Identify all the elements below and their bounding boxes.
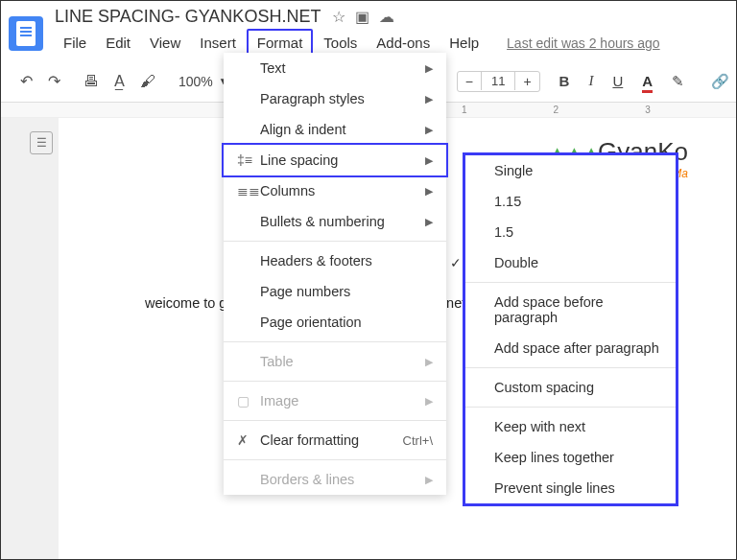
highlight-button[interactable]: ✎	[664, 69, 692, 94]
format-bullets-numbering[interactable]: Bullets & numbering▶	[224, 206, 446, 237]
format-dropdown: Text▶ Paragraph styles▶ Align & indent▶ …	[224, 53, 446, 495]
spacing-custom[interactable]: Custom spacing	[465, 372, 676, 403]
last-edit-link[interactable]: Last edit was 2 hours ago	[507, 35, 660, 51]
spacing-prevent-single[interactable]: Prevent single lines	[465, 473, 676, 503]
text-color-button[interactable]: A	[634, 69, 660, 93]
font-size-increase[interactable]: +	[515, 72, 538, 91]
font-size-group: − 11 +	[457, 71, 540, 92]
star-icon[interactable]: ☆	[332, 8, 345, 26]
spacing-add-before[interactable]: Add space before paragraph	[465, 287, 676, 333]
menu-tools[interactable]: Tools	[315, 31, 366, 55]
menu-file[interactable]: File	[55, 31, 95, 55]
menu-addons[interactable]: Add-ons	[368, 31, 439, 55]
undo-icon[interactable]: ↶	[14, 68, 38, 94]
paint-format-icon[interactable]: 🖌	[134, 69, 161, 94]
spacing-single[interactable]: Single	[465, 155, 676, 186]
underline-button[interactable]: U	[605, 69, 630, 93]
format-align-indent[interactable]: Align & indent▶	[224, 114, 446, 145]
spacing-add-after[interactable]: Add space after paragraph	[465, 333, 676, 363]
document-title[interactable]: LINE SPACING- GYANKOSH.NET	[55, 7, 321, 27]
spacing-keep-together[interactable]: Keep lines together	[465, 442, 676, 473]
menu-help[interactable]: Help	[440, 31, 487, 55]
cloud-icon[interactable]: ☁	[379, 8, 394, 26]
line-spacing-submenu: Single 1.15 1.5 ✓Double Add space before…	[463, 152, 678, 506]
format-paragraph-styles[interactable]: Paragraph styles▶	[224, 83, 446, 114]
format-columns[interactable]: ≣≣Columns▶	[224, 175, 446, 206]
format-borders-lines: Borders & lines▶	[224, 464, 446, 495]
spacing-15[interactable]: 1.5	[465, 217, 676, 247]
format-clear-formatting[interactable]: ✗Clear formattingCtrl+\	[224, 425, 446, 455]
menu-view[interactable]: View	[141, 31, 189, 55]
redo-icon[interactable]: ↷	[42, 68, 66, 94]
menu-edit[interactable]: Edit	[97, 31, 139, 55]
format-page-numbers[interactable]: Page numbers	[224, 276, 446, 307]
format-headers-footers[interactable]: Headers & footers	[224, 245, 446, 276]
format-table: Table▶	[224, 346, 446, 377]
format-text[interactable]: Text▶	[224, 53, 446, 83]
font-size-value[interactable]: 11	[481, 72, 515, 90]
italic-button[interactable]: I	[581, 69, 601, 93]
font-size-decrease[interactable]: −	[458, 72, 481, 91]
spacing-double[interactable]: ✓Double	[465, 247, 676, 278]
format-page-orientation[interactable]: Page orientation	[224, 307, 446, 338]
outline-icon[interactable]: ☰	[30, 131, 53, 154]
spellcheck-icon[interactable]: A̲	[108, 68, 131, 94]
docs-logo-icon[interactable]	[9, 16, 43, 51]
spacing-keep-next[interactable]: Keep with next	[465, 411, 676, 442]
print-icon[interactable]: 🖶	[78, 69, 105, 94]
insert-link-icon[interactable]: 🔗	[703, 69, 737, 94]
format-line-spacing[interactable]: ‡≡Line spacing▶	[224, 145, 446, 175]
menu-insert[interactable]: Insert	[191, 31, 245, 55]
bold-button[interactable]: B	[552, 69, 578, 93]
move-icon[interactable]: ▣	[355, 8, 369, 26]
format-image: ▢Image▶	[224, 385, 446, 416]
spacing-115[interactable]: 1.15	[465, 186, 676, 217]
